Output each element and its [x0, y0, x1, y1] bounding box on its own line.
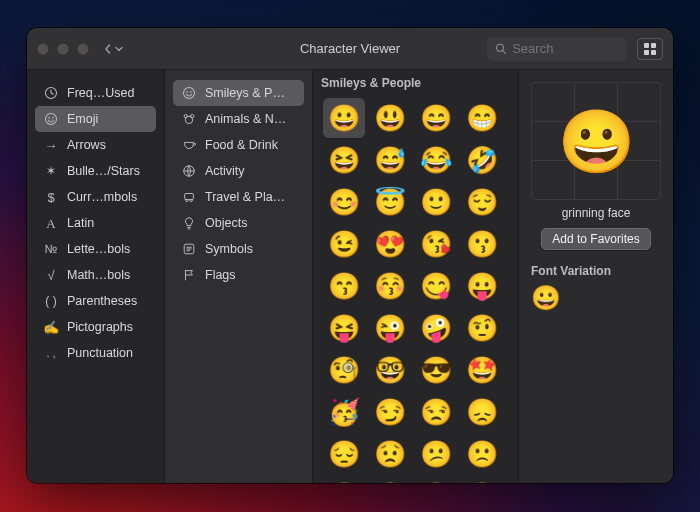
star-icon: ✶ [43, 163, 59, 179]
emoji-cell[interactable]: 😎 [415, 350, 457, 390]
category-item-label: Bulle…/Stars [67, 164, 148, 178]
font-variation-sample[interactable]: 😀 [529, 278, 663, 318]
emoji-cell[interactable]: 🤣 [461, 140, 503, 180]
emoji-cell[interactable]: 😖 [415, 476, 457, 483]
emoji-cell[interactable]: 😍 [369, 224, 411, 264]
emoji-cell[interactable]: 🤪 [415, 308, 457, 348]
subcategory-item-0[interactable]: Smileys & P… [173, 80, 304, 106]
category-item-9[interactable]: ✍Pictographs [35, 314, 156, 340]
math-icon: √ [43, 267, 59, 283]
category-item-4[interactable]: $Curr…mbols [35, 184, 156, 210]
category-item-label: Arrows [67, 138, 148, 152]
emoji-cell[interactable]: 😘 [415, 224, 457, 264]
emoji-cell[interactable]: 😄 [415, 98, 457, 138]
emoji-cell[interactable]: 😫 [461, 476, 503, 483]
emoji-cell[interactable]: 😀 [323, 98, 365, 138]
category-item-5[interactable]: ALatin [35, 210, 156, 236]
emoji-cell[interactable]: 😔 [323, 434, 365, 474]
emoji-cell[interactable]: 😇 [369, 182, 411, 222]
symbols-icon [181, 241, 197, 257]
search-input[interactable] [512, 41, 619, 56]
font-variation-heading: Font Variation [529, 264, 663, 278]
emoji-cell[interactable]: 🧐 [323, 350, 365, 390]
grid-heading: Smileys & People [313, 70, 518, 94]
subcategory-item-1[interactable]: Animals & N… [173, 106, 304, 132]
category-item-7[interactable]: √Math…bols [35, 262, 156, 288]
letter-icon: A [43, 215, 59, 231]
category-item-3[interactable]: ✶Bulle…/Stars [35, 158, 156, 184]
category-item-2[interactable]: →Arrows [35, 132, 156, 158]
emoji-panel: Smileys & People 😀😃😄😁😆😅😂🤣😊😇🙂😌😉😍😘😗😙😚😋😛😝😜🤪… [313, 70, 519, 483]
add-to-favorites-button[interactable]: Add to Favorites [541, 228, 650, 250]
emoji-cell[interactable]: 😝 [323, 308, 365, 348]
category-item-label: Parentheses [67, 294, 148, 308]
search-field[interactable] [487, 37, 627, 61]
emoji-cell[interactable]: 😙 [323, 266, 365, 306]
emoji-cell[interactable]: 😆 [323, 140, 365, 180]
subcategory-item-label: Activity [205, 164, 296, 178]
category-item-8[interactable]: ( )Parentheses [35, 288, 156, 314]
activity-icon [181, 163, 197, 179]
emoji-cell[interactable]: 😃 [369, 98, 411, 138]
emoji-cell[interactable]: 😉 [323, 224, 365, 264]
emoji-cell[interactable]: 😗 [461, 224, 503, 264]
emoji-cell[interactable]: 😏 [369, 392, 411, 432]
svg-point-3 [45, 113, 56, 124]
emoji-cell[interactable]: 😚 [369, 266, 411, 306]
emoji-cell[interactable]: 🥳 [323, 392, 365, 432]
subcategory-item-4[interactable]: Travel & Pla… [173, 184, 304, 210]
svg-point-4 [48, 117, 50, 119]
emoji-cell[interactable]: 🤓 [369, 350, 411, 390]
category-item-0[interactable]: Freq…Used [35, 80, 156, 106]
emoji-cell[interactable]: 🤨 [461, 308, 503, 348]
smiley-icon [43, 111, 59, 127]
number-icon: № [43, 241, 59, 257]
emoji-grid: 😀😃😄😁😆😅😂🤣😊😇🙂😌😉😍😘😗😙😚😋😛😝😜🤪🤨🧐🤓😎🤩🥳😏😒😞😔😟😕🙁☹️😣😖… [313, 94, 518, 483]
emoji-cell[interactable]: 😕 [415, 434, 457, 474]
emoji-cell[interactable]: 😟 [369, 434, 411, 474]
subcategory-item-3[interactable]: Activity [173, 158, 304, 184]
category-item-label: Emoji [67, 112, 148, 126]
subcategory-item-label: Animals & N… [205, 112, 296, 126]
emoji-cell[interactable]: ☹️ [323, 476, 365, 483]
emoji-cell[interactable]: 😜 [369, 308, 411, 348]
close-window-button[interactable] [37, 43, 49, 55]
category-item-10[interactable]: . ,Punctuation [35, 340, 156, 366]
animal-icon [181, 111, 197, 127]
chevron-left-icon [103, 44, 113, 54]
emoji-cell[interactable]: 😋 [415, 266, 457, 306]
arrow-icon: → [43, 137, 59, 153]
preview-box: 😀 [531, 82, 661, 200]
emoji-cell[interactable]: 😞 [461, 392, 503, 432]
emoji-cell[interactable]: 😣 [369, 476, 411, 483]
subcategory-item-2[interactable]: Food & Drink [173, 132, 304, 158]
emoji-cell[interactable]: 😅 [369, 140, 411, 180]
svg-line-1 [503, 51, 506, 54]
emoji-cell[interactable]: 🤩 [461, 350, 503, 390]
emoji-cell[interactable]: 😊 [323, 182, 365, 222]
zoom-window-button[interactable] [77, 43, 89, 55]
subcategory-item-7[interactable]: Flags [173, 262, 304, 288]
svg-point-7 [186, 91, 188, 93]
detail-panel: 😀 grinning face Add to Favorites Font Va… [519, 70, 673, 483]
pictograph-icon: ✍ [43, 319, 59, 335]
subcategory-item-label: Symbols [205, 242, 296, 256]
subcategory-item-5[interactable]: Objects [173, 210, 304, 236]
titlebar: Character Viewer [27, 28, 673, 70]
emoji-cell[interactable]: 😛 [461, 266, 503, 306]
emoji-cell[interactable]: 🙁 [461, 434, 503, 474]
category-item-6[interactable]: №Lette…bols [35, 236, 156, 262]
window-controls [37, 43, 89, 55]
emoji-cell[interactable]: 😁 [461, 98, 503, 138]
minimize-window-button[interactable] [57, 43, 69, 55]
emoji-cell[interactable]: 😌 [461, 182, 503, 222]
svg-point-5 [52, 117, 54, 119]
subcategory-item-6[interactable]: Symbols [173, 236, 304, 262]
view-mode-toggle[interactable] [637, 38, 663, 60]
emoji-cell[interactable]: 😂 [415, 140, 457, 180]
emoji-cell[interactable]: 😒 [415, 392, 457, 432]
category-item-1[interactable]: Emoji [35, 106, 156, 132]
back-button[interactable] [103, 44, 123, 54]
emoji-cell[interactable]: 🙂 [415, 182, 457, 222]
subcategory-item-label: Travel & Pla… [205, 190, 296, 204]
